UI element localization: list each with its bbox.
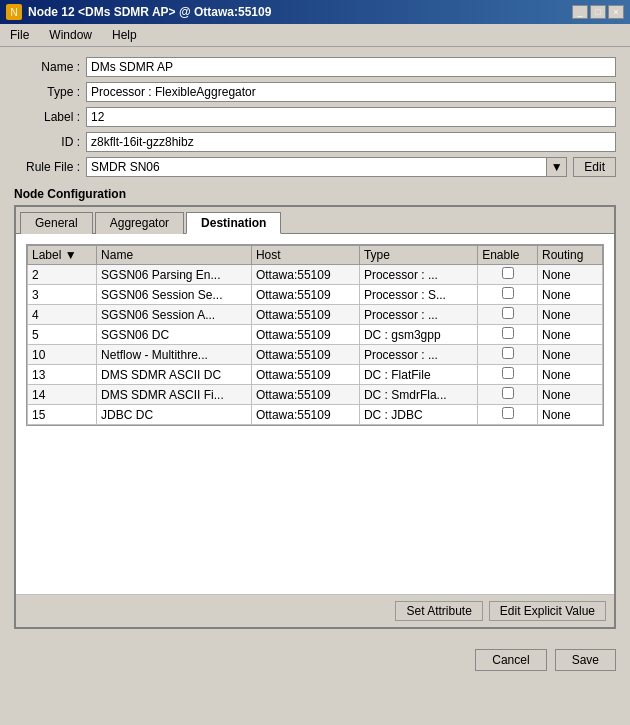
type-label: Type : — [14, 85, 86, 99]
window-title: Node 12 <DMs SDMR AP> @ Ottawa:55109 — [28, 5, 271, 19]
enable-checkbox[interactable] — [502, 327, 514, 339]
type-input[interactable] — [86, 82, 616, 102]
table-inner: Label ▼ Name Host Type Enable Routing 2S… — [26, 244, 604, 426]
cell-3: Processor : ... — [359, 345, 477, 365]
node-config-title: Node Configuration — [14, 187, 616, 201]
set-attribute-button[interactable]: Set Attribute — [395, 601, 482, 621]
cell-3: DC : JDBC — [359, 405, 477, 425]
cell-1: DMS SDMR ASCII DC — [97, 365, 252, 385]
label-row: Label : — [14, 107, 616, 127]
cell-3: DC : FlatFile — [359, 365, 477, 385]
label-label: Label : — [14, 110, 86, 124]
cell-2: Ottawa:55109 — [251, 365, 359, 385]
cell-1: SGSN06 DC — [97, 325, 252, 345]
tab-general[interactable]: General — [20, 212, 93, 234]
cell-routing: None — [537, 285, 602, 305]
cell-0: 2 — [28, 265, 97, 285]
edit-explicit-button[interactable]: Edit Explicit Value — [489, 601, 606, 621]
cell-2: Ottawa:55109 — [251, 265, 359, 285]
cell-enable[interactable] — [478, 325, 538, 345]
enable-checkbox[interactable] — [502, 307, 514, 319]
enable-checkbox[interactable] — [502, 367, 514, 379]
app-icon: N — [6, 4, 22, 20]
col-host: Host — [251, 246, 359, 265]
type-row: Type : — [14, 82, 616, 102]
cancel-button[interactable]: Cancel — [475, 649, 546, 671]
tab-destination[interactable]: Destination — [186, 212, 281, 234]
close-button[interactable]: × — [608, 5, 624, 19]
col-label[interactable]: Label ▼ — [28, 246, 97, 265]
table-row[interactable]: 10Netflow - Multithre...Ottawa:55109Proc… — [28, 345, 603, 365]
cell-enable[interactable] — [478, 365, 538, 385]
cell-enable[interactable] — [478, 305, 538, 325]
id-row: ID : — [14, 132, 616, 152]
enable-checkbox[interactable] — [502, 347, 514, 359]
cell-3: Processor : S... — [359, 285, 477, 305]
cell-1: JDBC DC — [97, 405, 252, 425]
cell-2: Ottawa:55109 — [251, 405, 359, 425]
cell-1: DMS SDMR ASCII Fi... — [97, 385, 252, 405]
menu-help[interactable]: Help — [106, 26, 143, 44]
table-row[interactable]: 3SGSN06 Session Se...Ottawa:55109Process… — [28, 285, 603, 305]
col-routing: Routing — [537, 246, 602, 265]
cell-0: 10 — [28, 345, 97, 365]
table-row[interactable]: 14DMS SDMR ASCII Fi...Ottawa:55109DC : S… — [28, 385, 603, 405]
cell-0: 14 — [28, 385, 97, 405]
table-row[interactable]: 5SGSN06 DCOttawa:55109DC : gsm3gppNone — [28, 325, 603, 345]
tab-aggregator[interactable]: Aggregator — [95, 212, 184, 234]
cell-enable[interactable] — [478, 345, 538, 365]
menu-file[interactable]: File — [4, 26, 35, 44]
cell-3: DC : SmdrFla... — [359, 385, 477, 405]
cell-enable[interactable] — [478, 265, 538, 285]
cell-2: Ottawa:55109 — [251, 305, 359, 325]
enable-checkbox[interactable] — [502, 267, 514, 279]
table-row[interactable]: 4SGSN06 Session A...Ottawa:55109Processo… — [28, 305, 603, 325]
rule-file-row: Rule File : ▼ Edit — [14, 157, 616, 177]
cell-routing: None — [537, 385, 602, 405]
id-input[interactable] — [86, 132, 616, 152]
cell-1: SGSN06 Session Se... — [97, 285, 252, 305]
destination-table: Label ▼ Name Host Type Enable Routing 2S… — [27, 245, 603, 425]
cell-routing: None — [537, 305, 602, 325]
cell-routing: None — [537, 325, 602, 345]
cell-2: Ottawa:55109 — [251, 325, 359, 345]
id-label: ID : — [14, 135, 86, 149]
cell-routing: None — [537, 405, 602, 425]
cell-3: Processor : ... — [359, 265, 477, 285]
name-input[interactable] — [86, 57, 616, 77]
cell-0: 13 — [28, 365, 97, 385]
edit-button[interactable]: Edit — [573, 157, 616, 177]
rule-file-input[interactable] — [86, 157, 547, 177]
cell-3: Processor : ... — [359, 305, 477, 325]
name-row: Name : — [14, 57, 616, 77]
name-label: Name : — [14, 60, 86, 74]
enable-checkbox[interactable] — [502, 287, 514, 299]
maximize-button[interactable]: □ — [590, 5, 606, 19]
menu-window[interactable]: Window — [43, 26, 98, 44]
enable-checkbox[interactable] — [502, 387, 514, 399]
title-bar: N Node 12 <DMs SDMR AP> @ Ottawa:55109 _… — [0, 0, 630, 24]
table-row[interactable]: 2SGSN06 Parsing En...Ottawa:55109Process… — [28, 265, 603, 285]
table-row[interactable]: 15JDBC DCOttawa:55109DC : JDBCNone — [28, 405, 603, 425]
node-config-section: Node Configuration General Aggregator De… — [14, 187, 616, 629]
cell-routing: None — [537, 345, 602, 365]
window-controls: _ □ × — [572, 5, 624, 19]
cell-enable[interactable] — [478, 405, 538, 425]
rule-file-label: Rule File : — [14, 160, 86, 174]
cell-enable[interactable] — [478, 385, 538, 405]
rule-file-dropdown[interactable]: ▼ — [547, 157, 567, 177]
cell-1: SGSN06 Parsing En... — [97, 265, 252, 285]
minimize-button[interactable]: _ — [572, 5, 588, 19]
col-enable: Enable — [478, 246, 538, 265]
enable-checkbox[interactable] — [502, 407, 514, 419]
table-row[interactable]: 13DMS SDMR ASCII DCOttawa:55109DC : Flat… — [28, 365, 603, 385]
cell-2: Ottawa:55109 — [251, 345, 359, 365]
tabs: General Aggregator Destination — [16, 207, 614, 234]
cell-0: 5 — [28, 325, 97, 345]
cell-2: Ottawa:55109 — [251, 385, 359, 405]
label-input[interactable] — [86, 107, 616, 127]
cell-enable[interactable] — [478, 285, 538, 305]
save-button[interactable]: Save — [555, 649, 616, 671]
cell-0: 4 — [28, 305, 97, 325]
col-name: Name — [97, 246, 252, 265]
